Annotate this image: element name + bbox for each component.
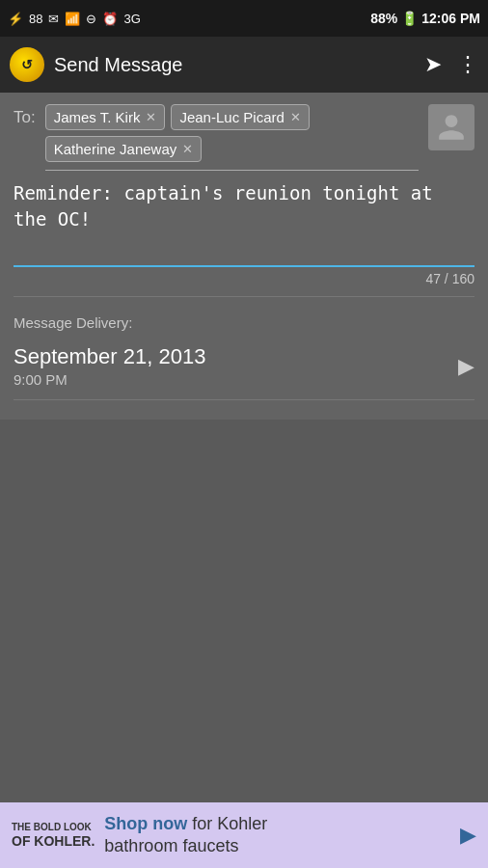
recipient-name: James T. Kirk (54, 109, 141, 125)
alarm-icon: ⏰ (102, 12, 118, 26)
status-left-icons: ⚡ 88 ✉ 📶 ⊖ ⏰ 3G (8, 12, 141, 26)
status-bar: ⚡ 88 ✉ 📶 ⊖ ⏰ 3G 88% 🔋 12:06 PM (0, 0, 488, 37)
ad-banner[interactable]: THE BOLD LOOK OF KOHLER. Shop now for Ko… (0, 802, 488, 868)
delivery-date: September 21, 2013 (14, 344, 205, 369)
minus-icon: ⊖ (86, 12, 96, 26)
app-logo: ↺ (10, 47, 44, 82)
ad-arrow-icon[interactable]: ▶ (460, 823, 476, 848)
battery-icon: 🔋 (401, 11, 418, 26)
app-bar-actions: ➤ ⋮ (424, 52, 478, 77)
message-input[interactable]: Reminder: captain's reunion tonight at t… (14, 180, 474, 258)
to-label: To: (14, 104, 36, 127)
contact-picker-button[interactable] (428, 104, 474, 150)
delivery-time: 9:00 PM (14, 371, 205, 388)
network-3g: 3G (123, 12, 140, 26)
delivery-schedule-button[interactable]: September 21, 2013 9:00 PM ▶ (14, 340, 474, 400)
divider (14, 296, 474, 297)
recipient-chip-katherine-janeway[interactable]: Katherine Janeway ✕ (45, 136, 203, 162)
delivery-info: September 21, 2013 9:00 PM (14, 344, 205, 388)
usb-icon: ⚡ (8, 12, 23, 26)
person-icon (436, 112, 467, 143)
remove-james-kirk-button[interactable]: ✕ (146, 110, 156, 124)
app-bar: ↺ Send Message ➤ ⋮ (0, 37, 488, 93)
battery-percent: 88% (370, 11, 397, 26)
status-right: 88% 🔋 12:06 PM (370, 11, 480, 26)
recipient-chip-jean-luc-picard[interactable]: Jean-Luc Picard ✕ (171, 104, 309, 130)
recipient-name: Katherine Janeway (54, 141, 177, 157)
main-content: To: James T. Kirk ✕ Jean-Luc Picard ✕ Ka… (0, 93, 488, 420)
more-options-button[interactable]: ⋮ (457, 52, 478, 77)
recipient-name: Jean-Luc Picard (179, 109, 284, 125)
time-display: 12:06 PM (421, 11, 480, 26)
remove-jean-luc-picard-button[interactable]: ✕ (290, 110, 301, 124)
ad-highlight: Shop now (104, 814, 187, 833)
ad-text: Shop now for Kohlerbathroom faucets (104, 813, 450, 858)
chevron-right-icon: ▶ (458, 354, 474, 379)
email-icon: ✉ (48, 12, 59, 26)
kohler-logo: THE BOLD LOOK OF KOHLER. (12, 822, 95, 850)
remove-katherine-janeway-button[interactable]: ✕ (182, 142, 193, 156)
recipients-container: James T. Kirk ✕ Jean-Luc Picard ✕ Kather… (45, 104, 419, 171)
to-section: To: James T. Kirk ✕ Jean-Luc Picard ✕ Ka… (14, 104, 474, 171)
delivery-section: Message Delivery: September 21, 2013 9:0… (14, 307, 474, 408)
delivery-label: Message Delivery: (14, 314, 474, 331)
recipient-chip-james-kirk[interactable]: James T. Kirk ✕ (45, 104, 166, 130)
send-button[interactable]: ➤ (424, 52, 442, 77)
notification-count: 88 (29, 12, 42, 26)
character-count: 47 / 160 (14, 271, 474, 286)
signal-icon: 📶 (65, 12, 80, 26)
message-section: Reminder: captain's reunion tonight at t… (14, 180, 474, 267)
app-title: Send Message (54, 54, 415, 76)
